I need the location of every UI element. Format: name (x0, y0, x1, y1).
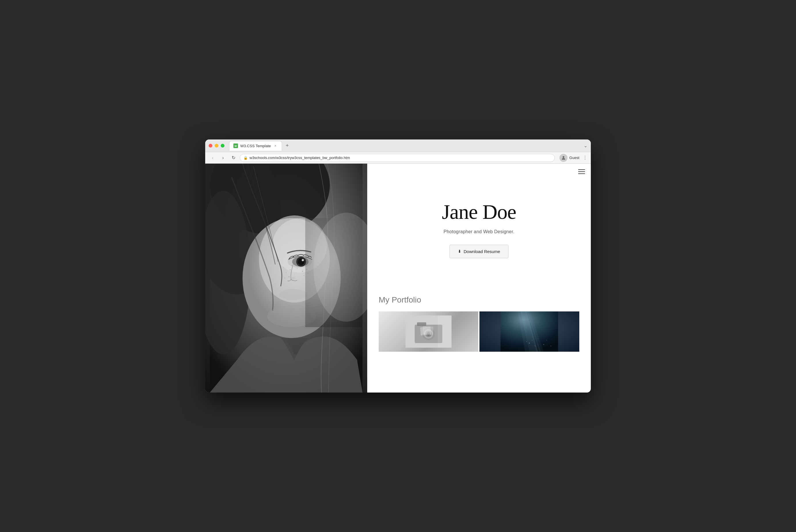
svg-point-48 (532, 340, 533, 341)
browser-window: w W3.CSS Template × + ⌄ ‹ › ↻ 🔒 Guest ⋮ (205, 139, 591, 393)
portfolio-grid (379, 311, 579, 352)
portfolio-item-1[interactable] (379, 311, 479, 352)
svg-point-27 (279, 289, 307, 300)
download-btn-label: Download Resume (464, 249, 500, 254)
download-icon: ⬇ (458, 249, 461, 254)
svg-point-52 (543, 344, 544, 345)
tab-menu-button[interactable]: ⌄ (584, 143, 587, 148)
svg-point-26 (291, 265, 292, 266)
svg-point-47 (529, 342, 530, 343)
svg-rect-33 (417, 322, 426, 326)
svg-point-53 (547, 340, 547, 341)
svg-point-16 (302, 271, 303, 272)
svg-point-54 (551, 346, 551, 346)
page-content: Jane Doe Photographer and Web Designer. … (205, 164, 591, 393)
browser-menu-button[interactable]: ⋮ (583, 155, 587, 160)
portfolio-title: My Portfolio (379, 295, 579, 305)
hamburger-menu-button[interactable] (578, 169, 585, 174)
minimize-traffic-light[interactable] (215, 144, 218, 148)
tab-favicon: w (234, 144, 238, 148)
content-panel: Jane Doe Photographer and Web Designer. … (367, 164, 591, 393)
svg-point-51 (538, 339, 538, 339)
portfolio-item-2-image (479, 311, 579, 352)
hero-subtitle: Photographer and Web Designer. (443, 229, 514, 234)
svg-point-22 (288, 276, 290, 277)
maximize-traffic-light[interactable] (221, 144, 224, 148)
svg-point-23 (298, 264, 299, 265)
svg-point-12 (301, 259, 304, 261)
hamburger-line-1 (578, 169, 585, 170)
svg-point-50 (526, 341, 527, 342)
refresh-button[interactable]: ↻ (229, 154, 237, 162)
toolbar: ‹ › ↻ 🔒 Guest ⋮ (205, 152, 591, 164)
tab-title: W3.CSS Template (240, 144, 271, 148)
photo-panel (205, 164, 367, 393)
new-tab-button[interactable]: + (283, 142, 291, 150)
svg-point-20 (283, 267, 284, 268)
svg-point-18 (294, 274, 295, 274)
svg-point-0 (562, 156, 564, 158)
hero-section: Jane Doe Photographer and Web Designer. … (367, 164, 591, 290)
back-button[interactable]: ‹ (209, 154, 217, 162)
svg-point-17 (286, 272, 286, 273)
download-resume-button[interactable]: ⬇ Download Resume (449, 245, 508, 258)
svg-point-25 (284, 278, 285, 279)
portrait-svg (205, 164, 367, 393)
svg-point-15 (297, 268, 298, 269)
active-tab[interactable]: w W3.CSS Template × (229, 141, 282, 151)
tab-area: w W3.CSS Template × + (229, 141, 584, 151)
forward-button[interactable]: › (219, 154, 227, 162)
svg-rect-39 (423, 326, 433, 335)
traffic-lights (209, 144, 224, 148)
profile-label: Guest (569, 156, 579, 160)
close-traffic-light[interactable] (209, 144, 212, 148)
svg-rect-40 (438, 316, 451, 348)
address-bar-container: 🔒 (240, 154, 555, 162)
hamburger-line-2 (578, 171, 585, 172)
hero-name: Jane Doe (442, 201, 516, 224)
security-lock-icon: 🔒 (243, 156, 248, 160)
profile-area: Guest ⋮ (559, 154, 587, 162)
portfolio-item-2[interactable] (479, 311, 579, 352)
portfolio-item-1-image (389, 316, 468, 348)
portrait-background (205, 164, 367, 393)
tab-close-button[interactable]: × (273, 144, 278, 148)
svg-point-49 (535, 346, 536, 346)
portfolio-section: My Portfolio (367, 290, 591, 352)
address-bar-input[interactable] (249, 156, 551, 160)
svg-point-14 (290, 269, 291, 271)
svg-point-13 (291, 277, 295, 279)
svg-point-21 (303, 275, 304, 276)
hamburger-line-3 (578, 173, 585, 174)
profile-icon[interactable] (559, 154, 568, 162)
title-bar: w W3.CSS Template × + ⌄ (205, 139, 591, 152)
